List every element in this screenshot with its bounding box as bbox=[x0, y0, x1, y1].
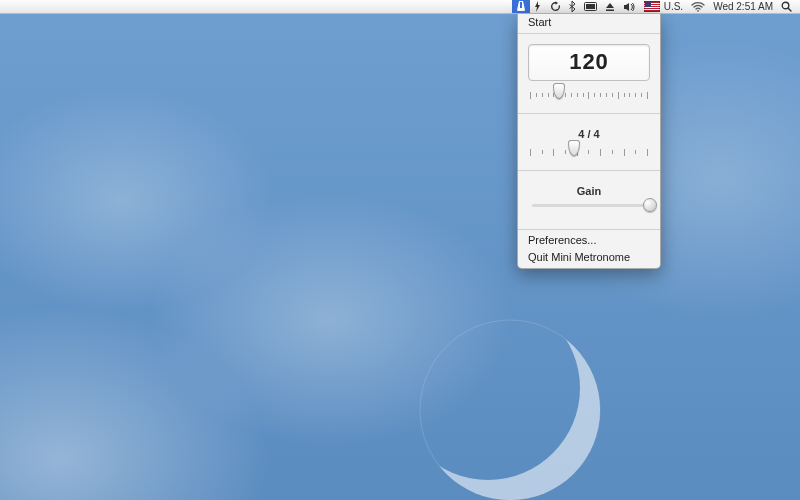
start-menu-item[interactable]: Start bbox=[518, 14, 660, 31]
desktop-background bbox=[0, 0, 800, 500]
menubar: U.S. Wed 2:51 AM bbox=[0, 0, 800, 14]
metronome-menubar-icon[interactable] bbox=[512, 0, 530, 13]
bpm-slider[interactable] bbox=[528, 85, 650, 103]
svg-point-3 bbox=[420, 320, 600, 500]
svg-point-8 bbox=[697, 9, 699, 11]
svg-point-2 bbox=[420, 320, 600, 500]
bpm-display[interactable]: 120 bbox=[528, 44, 650, 81]
bolt-icon[interactable] bbox=[530, 0, 546, 13]
wifi-icon[interactable] bbox=[687, 0, 709, 13]
svg-line-10 bbox=[788, 8, 791, 11]
bpm-section: 120 bbox=[518, 36, 660, 111]
timesig-section: 4 / 4 bbox=[518, 116, 660, 168]
volume-icon[interactable] bbox=[619, 0, 640, 13]
display-icon[interactable] bbox=[580, 0, 601, 13]
clock-text[interactable]: Wed 2:51 AM bbox=[709, 0, 777, 13]
gain-slider[interactable] bbox=[528, 199, 650, 217]
input-flag-label[interactable]: U.S. bbox=[664, 0, 687, 13]
timesig-slider[interactable] bbox=[528, 142, 650, 160]
separator bbox=[518, 170, 660, 171]
input-flag-icon[interactable] bbox=[640, 0, 664, 13]
gain-slider-thumb[interactable] bbox=[643, 198, 657, 212]
gain-section: Gain bbox=[518, 173, 660, 227]
spotlight-icon[interactable] bbox=[777, 0, 796, 13]
metronome-dropdown: Start 120 4 / 4 Gain bbox=[517, 14, 661, 269]
gain-label: Gain bbox=[528, 185, 650, 197]
separator bbox=[518, 33, 660, 34]
timesig-label: 4 / 4 bbox=[528, 128, 650, 140]
svg-rect-6 bbox=[586, 4, 595, 9]
svg-rect-7 bbox=[606, 9, 614, 11]
bluetooth-icon[interactable] bbox=[565, 0, 580, 13]
preferences-menu-item[interactable]: Preferences... bbox=[518, 232, 660, 249]
svg-rect-4 bbox=[520, 2, 522, 8]
sync-icon[interactable] bbox=[546, 0, 565, 13]
quit-menu-item[interactable]: Quit Mini Metronome bbox=[518, 249, 660, 268]
separator bbox=[518, 113, 660, 114]
eject-icon[interactable] bbox=[601, 0, 619, 13]
moon-graphic bbox=[410, 310, 610, 500]
separator bbox=[518, 229, 660, 230]
